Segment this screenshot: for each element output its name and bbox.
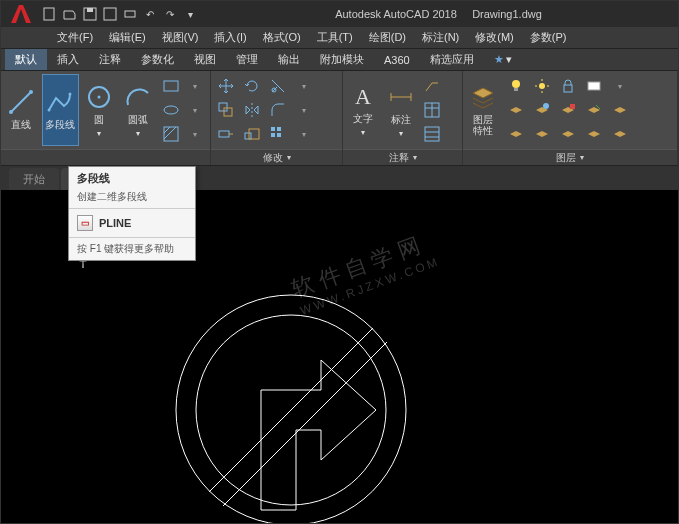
table2-icon[interactable] <box>421 123 443 145</box>
ellipse-icon[interactable] <box>160 99 182 121</box>
dropdown-icon[interactable]: ▾ <box>293 123 315 145</box>
layer-tool-icon[interactable] <box>557 123 579 145</box>
qat-plot-icon[interactable] <box>121 5 139 23</box>
menu-view[interactable]: 视图(V) <box>154 27 207 48</box>
ribbon-tabs: 默认 插入 注释 参数化 视图 管理 输出 附加模块 A360 精选应用 ★▾ <box>1 49 678 71</box>
svg-point-45 <box>543 103 549 109</box>
doc-tab-start[interactable]: 开始 <box>9 168 59 190</box>
layer-props-label: 图层 特性 <box>473 114 493 136</box>
ribbon-tab-extra[interactable]: ★▾ <box>484 49 522 70</box>
layer-swatch-icon[interactable] <box>583 75 605 97</box>
dropdown-icon[interactable]: ▾ <box>293 75 315 97</box>
table-icon[interactable] <box>421 99 443 121</box>
svg-point-36 <box>512 80 520 88</box>
menu-edit[interactable]: 编辑(E) <box>101 27 154 48</box>
layer-tool-icon[interactable] <box>505 123 527 145</box>
mirror-icon[interactable] <box>241 99 263 121</box>
ribbon-tab-insert[interactable]: 插入 <box>47 49 89 70</box>
dropdown-icon[interactable]: ▾ <box>609 75 631 97</box>
qat-undo-icon[interactable]: ↶ <box>141 5 159 23</box>
tooltip-title: 多段线 <box>69 167 195 190</box>
qat-save-icon[interactable] <box>81 5 99 23</box>
svg-rect-18 <box>219 103 227 111</box>
ribbon-tab-default[interactable]: 默认 <box>5 49 47 70</box>
tooltip-help: 按 F1 键获得更多帮助 <box>69 237 195 260</box>
fillet-icon[interactable] <box>267 99 289 121</box>
ribbon-tab-annotate[interactable]: 注释 <box>89 49 131 70</box>
dropdown-icon[interactable]: ▾ <box>184 75 206 97</box>
ribbon-tab-featured[interactable]: 精选应用 <box>420 49 484 70</box>
quick-access-toolbar: ↶ ↷ ▾ <box>41 5 199 23</box>
file-name: Drawing1.dwg <box>472 8 542 20</box>
bulb-icon[interactable] <box>505 75 527 97</box>
rectangle-icon[interactable] <box>160 75 182 97</box>
svg-rect-4 <box>125 11 135 17</box>
panel-layers-title[interactable]: 图层▾ <box>463 149 677 165</box>
menu-tools[interactable]: 工具(T) <box>309 27 361 48</box>
svg-rect-44 <box>588 82 600 90</box>
qat-redo-icon[interactable]: ↷ <box>161 5 179 23</box>
dropdown-icon[interactable]: ▾ <box>184 123 206 145</box>
app-logo[interactable] <box>5 2 37 26</box>
ribbon-tab-a360[interactable]: A360 <box>374 49 420 70</box>
layer-tool-icon[interactable] <box>609 99 631 121</box>
rotate-icon[interactable] <box>241 75 263 97</box>
sun-icon[interactable] <box>531 75 553 97</box>
svg-line-16 <box>164 127 176 139</box>
menu-format[interactable]: 格式(O) <box>255 27 309 48</box>
ribbon: 直线 多段线 圆 ▾ 圆弧 ▾ ▾ ▾ ▾ <box>1 71 678 166</box>
trim-icon[interactable] <box>267 75 289 97</box>
stretch-icon[interactable] <box>215 123 237 145</box>
ribbon-tab-view[interactable]: 视图 <box>184 49 226 70</box>
layer-tool-icon[interactable] <box>557 99 579 121</box>
arc-label: 圆弧 <box>128 113 148 127</box>
ribbon-tab-parametric[interactable]: 参数化 <box>131 49 184 70</box>
svg-point-13 <box>164 106 178 114</box>
ribbon-tab-addins[interactable]: 附加模块 <box>310 49 374 70</box>
ribbon-tab-output[interactable]: 输出 <box>268 49 310 70</box>
layer-tool-icon[interactable] <box>531 123 553 145</box>
title-text: Autodesk AutoCAD 2018 Drawing1.dwg <box>203 8 674 20</box>
panel-modify-title[interactable]: 修改▾ <box>211 149 342 165</box>
polyline-button[interactable]: 多段线 <box>42 74 79 146</box>
panel-annotation-title[interactable]: 注释▾ <box>343 149 462 165</box>
circle-button[interactable]: 圆 ▾ <box>81 74 118 146</box>
layer-tool-icon[interactable] <box>583 99 605 121</box>
qat-dropdown-icon[interactable]: ▾ <box>181 5 199 23</box>
line-button[interactable]: 直线 <box>3 74 40 146</box>
menu-dimension[interactable]: 标注(N) <box>414 27 467 48</box>
qat-new-icon[interactable] <box>41 5 59 23</box>
menu-modify[interactable]: 修改(M) <box>467 27 522 48</box>
move-icon[interactable] <box>215 75 237 97</box>
qat-open-icon[interactable] <box>61 5 79 23</box>
arc-button[interactable]: 圆弧 ▾ <box>119 74 156 146</box>
ribbon-tab-manage[interactable]: 管理 <box>226 49 268 70</box>
lock-icon[interactable] <box>557 75 579 97</box>
svg-rect-24 <box>277 127 281 131</box>
text-button[interactable]: A 文字 ▾ <box>345 74 381 146</box>
menu-insert[interactable]: 插入(I) <box>206 27 254 48</box>
svg-rect-23 <box>271 127 275 131</box>
svg-point-8 <box>48 109 51 112</box>
hatch-icon[interactable] <box>160 123 182 145</box>
menu-draw[interactable]: 绘图(D) <box>361 27 414 48</box>
layer-tool-icon[interactable] <box>531 99 553 121</box>
svg-rect-26 <box>277 133 281 137</box>
menu-parametric[interactable]: 参数(P) <box>522 27 575 48</box>
menu-file[interactable]: 文件(F) <box>49 27 101 48</box>
dropdown-icon[interactable]: ▾ <box>293 99 315 121</box>
layer-tool-icon[interactable] <box>583 123 605 145</box>
layer-properties-button[interactable]: 图层 特性 <box>465 74 501 146</box>
dimension-button[interactable]: 标注 ▾ <box>383 74 419 146</box>
qat-saveas-icon[interactable] <box>101 5 119 23</box>
layer-tool-icon[interactable] <box>609 123 631 145</box>
layer-tool-icon[interactable] <box>505 99 527 121</box>
panel-draw-title[interactable] <box>1 149 210 165</box>
polyline-label: 多段线 <box>45 118 75 132</box>
array-icon[interactable] <box>267 123 289 145</box>
copy-icon[interactable] <box>215 99 237 121</box>
leader-icon[interactable] <box>421 75 443 97</box>
dropdown-icon[interactable]: ▾ <box>184 99 206 121</box>
scale-icon[interactable] <box>241 123 263 145</box>
svg-rect-14 <box>164 127 178 141</box>
